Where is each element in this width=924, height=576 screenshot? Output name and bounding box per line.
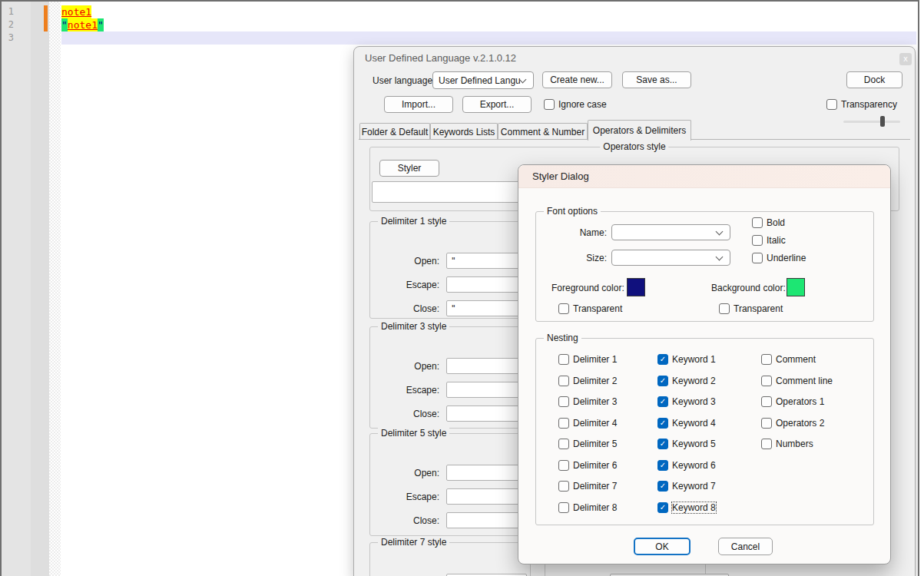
field-input[interactable]: [446, 512, 527, 528]
close-icon[interactable]: x: [899, 53, 912, 65]
delimiter-3-checkbox[interactable]: Delimiter 3: [558, 396, 617, 407]
ok-button[interactable]: OK: [634, 538, 691, 555]
background-color-swatch[interactable]: [787, 278, 805, 296]
tab-comment-number[interactable]: Comment & Number: [498, 123, 588, 140]
checkbox-label: Keyword 1: [672, 354, 716, 365]
checkbox-label: Operators 1: [776, 396, 824, 407]
keyword-8-checkbox[interactable]: ✓Keyword 8: [657, 502, 716, 513]
field-label: Open:: [370, 256, 439, 266]
checkbox-box: [761, 396, 772, 407]
delimiter-5-checkbox[interactable]: Delimiter 5: [558, 439, 617, 449]
checkbox-label: Comment line: [776, 376, 833, 386]
comment-line-checkbox[interactable]: Comment line: [761, 376, 833, 386]
save-as-button[interactable]: Save as...: [622, 71, 691, 88]
styler-dialog-titlebar[interactable]: Styler Dialog: [518, 165, 890, 188]
checkbox-box: [558, 354, 569, 365]
underline-checkbox[interactable]: Underline: [752, 253, 806, 263]
delimiter-6-checkbox[interactable]: Delimiter 6: [558, 460, 617, 471]
export-button[interactable]: Export...: [462, 96, 532, 113]
checkbox-box: [558, 418, 569, 429]
checkbox-box: [544, 99, 555, 110]
checkbox-box: [752, 235, 763, 246]
cancel-button[interactable]: Cancel: [718, 538, 773, 555]
comment-checkbox[interactable]: Comment: [761, 354, 816, 365]
checkbox-box: [558, 460, 569, 471]
line-number: 1: [2, 5, 14, 18]
numbers-checkbox[interactable]: Numbers: [761, 439, 813, 449]
field-input[interactable]: [446, 406, 527, 422]
ignore-case-checkbox[interactable]: Ignore case: [544, 99, 607, 110]
editor-line[interactable]: [61, 31, 916, 45]
checkbox-box: [558, 396, 569, 407]
keyword-6-checkbox[interactable]: ✓Keyword 6: [657, 460, 716, 471]
checkbox-box: ✓: [657, 481, 668, 492]
delimiter-4-checkbox[interactable]: Delimiter 4: [558, 418, 617, 429]
bookmark-margin: [31, 2, 49, 576]
italic-label: Italic: [767, 235, 786, 246]
delimiter-8-checkbox[interactable]: Delimiter 8: [558, 502, 617, 513]
slider-track: [843, 121, 900, 123]
field-input[interactable]: [446, 276, 527, 293]
field-input[interactable]: ": [446, 253, 527, 269]
import-button[interactable]: Import...: [384, 96, 453, 113]
delimiter-7-checkbox[interactable]: Delimiter 7: [558, 481, 617, 492]
keyword-5-checkbox[interactable]: ✓Keyword 5: [657, 439, 716, 449]
udl-dialog-title[interactable]: User Defined Language v.2.1.0.12: [365, 52, 516, 64]
bold-label: Bold: [767, 217, 785, 228]
background-transparent-checkbox[interactable]: Transparent: [719, 303, 783, 314]
foreground-color-swatch[interactable]: [627, 278, 645, 296]
field-input[interactable]: [446, 488, 527, 505]
transparency-slider[interactable]: [843, 116, 900, 127]
field-input[interactable]: [446, 382, 527, 398]
editor-line[interactable]: "note1": [61, 18, 916, 31]
field-label: Close:: [370, 515, 439, 526]
checkbox-label: Delimiter 8: [573, 502, 617, 513]
notepad-window: 123 note1"note1" User Defined Language v…: [0, 0, 919, 576]
bold-checkbox[interactable]: Bold: [752, 217, 785, 228]
checkbox-box: [719, 303, 730, 314]
field-label: Open:: [370, 468, 439, 478]
foreground-transparent-checkbox[interactable]: Transparent: [558, 303, 622, 314]
field-input[interactable]: [446, 358, 527, 374]
tab-keywords-lists[interactable]: Keywords Lists: [430, 123, 498, 140]
operators-2-checkbox[interactable]: Operators 2: [761, 418, 824, 429]
background-transparent-label: Transparent: [734, 303, 783, 314]
change-marker: [44, 5, 48, 18]
tab-operators-delimiters[interactable]: Operators & Delimiters: [588, 120, 691, 141]
keyword-4-checkbox[interactable]: ✓Keyword 4: [657, 418, 716, 429]
editor-line[interactable]: note1: [61, 5, 916, 18]
user-language-select[interactable]: User Defined Language: [432, 71, 534, 89]
line-number-margin: 123: [2, 2, 31, 576]
checkbox-box: [558, 376, 569, 386]
keyword-7-checkbox[interactable]: ✓Keyword 7: [657, 481, 716, 492]
transparency-label: Transparency: [841, 99, 897, 110]
create-new-button[interactable]: Create new...: [542, 71, 612, 88]
token-keyword: note1: [61, 5, 91, 18]
foreground-transparent-label: Transparent: [573, 303, 622, 314]
keyword-2-checkbox[interactable]: ✓Keyword 2: [657, 376, 716, 386]
change-marker: [44, 18, 48, 31]
tab-folder-default[interactable]: Folder & Default: [359, 123, 430, 140]
keyword-1-checkbox[interactable]: ✓Keyword 1: [657, 354, 716, 365]
transparency-checkbox[interactable]: Transparency: [826, 99, 897, 110]
field-input[interactable]: [446, 465, 527, 481]
field-input[interactable]: ": [446, 300, 527, 316]
dock-button[interactable]: Dock: [846, 71, 902, 88]
font-size-select[interactable]: [611, 250, 730, 266]
checkbox-label: Delimiter 7: [573, 481, 617, 492]
slider-thumb[interactable]: [880, 116, 885, 127]
checkbox-box: ✓: [657, 460, 668, 471]
field-label: Escape:: [370, 385, 439, 396]
checkbox-label: Delimiter 4: [573, 418, 617, 429]
delimiter-group-label: Delimiter 1 style: [378, 216, 449, 227]
checkbox-box: ✓: [657, 354, 668, 365]
operators-1-checkbox[interactable]: Operators 1: [761, 396, 824, 407]
keyword-3-checkbox[interactable]: ✓Keyword 3: [657, 396, 716, 407]
italic-checkbox[interactable]: Italic: [752, 235, 786, 246]
user-language-value: User Defined Language: [433, 75, 520, 86]
font-name-select[interactable]: [611, 224, 730, 240]
delimiter-2-checkbox[interactable]: Delimiter 2: [558, 376, 617, 386]
background-color-label: Background color:: [711, 283, 782, 293]
delimiter-1-checkbox[interactable]: Delimiter 1: [558, 354, 617, 365]
styler-button[interactable]: Styler: [379, 160, 439, 177]
